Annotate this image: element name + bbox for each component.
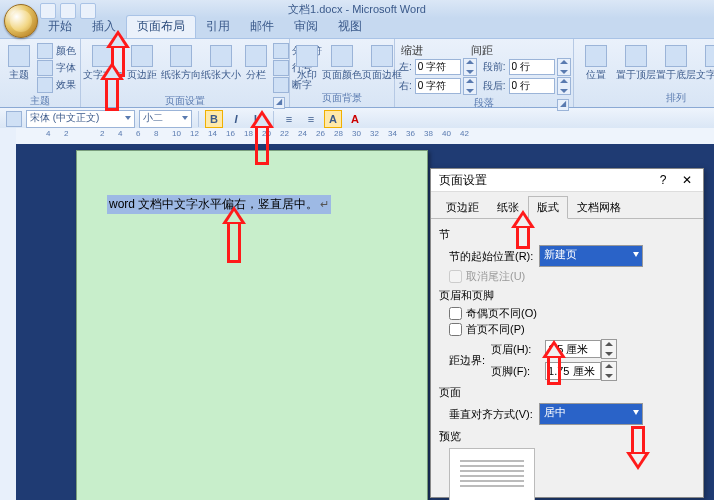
send-back-button[interactable]: 置于底层	[658, 43, 694, 82]
quick-access-toolbar	[40, 4, 96, 18]
theme-colors[interactable]: 颜色	[37, 43, 76, 59]
section-start-combo[interactable]: 新建页	[539, 245, 643, 267]
indent-label: 缩进	[401, 43, 423, 58]
office-button[interactable]	[4, 4, 38, 38]
spinner-icon[interactable]	[463, 77, 477, 95]
spinner-icon[interactable]	[557, 77, 571, 95]
page-color-button[interactable]: 页面颜色	[324, 43, 360, 82]
space-before-spin[interactable]	[509, 58, 571, 76]
paragraph-launcher[interactable]: ◢	[557, 99, 569, 111]
ribbon: 主题 颜色 字体 效果 主题 文字方向 页边距 纸张方向 纸张大小 分栏 分隔符…	[0, 38, 714, 108]
group-label-paragraph: 段落◢	[399, 95, 569, 112]
dialog-titlebar[interactable]: 页面设置 ? ✕	[431, 169, 703, 192]
indent-left-spin[interactable]	[415, 58, 477, 76]
odd-even-check[interactable]	[449, 307, 462, 320]
spacing-label: 间距	[471, 43, 493, 58]
qat-redo-icon[interactable]	[80, 3, 96, 19]
tab-mailings[interactable]: 邮件	[240, 16, 284, 38]
text-direction-button[interactable]: 文字方向	[85, 43, 121, 82]
indent-right-spin[interactable]	[415, 77, 477, 95]
dlg-tab-margins[interactable]: 页边距	[437, 196, 488, 219]
palette-icon	[37, 43, 53, 59]
header-label: 页眉(H):	[491, 342, 541, 357]
dlg-tab-layout[interactable]: 版式	[528, 196, 568, 219]
header-input[interactable]	[545, 340, 601, 358]
align-left-button[interactable]: ≡	[280, 110, 298, 128]
spinner-icon[interactable]	[463, 58, 477, 76]
footer-input[interactable]	[545, 362, 601, 380]
bring-front-button[interactable]: 置于顶层	[618, 43, 654, 82]
page-setup-dialog: 页面设置 ? ✕ 页边距 纸张 版式 文档网格 节 节的起始位置(R):新建页 …	[430, 168, 704, 498]
columns-button[interactable]: 分栏	[243, 43, 269, 82]
group-themes: 主题 颜色 字体 效果 主题	[0, 39, 81, 107]
valign-combo[interactable]: 居中	[539, 403, 643, 425]
font-color-button[interactable]: A	[346, 110, 364, 128]
group-label-arrange: 排列	[578, 90, 714, 107]
italic-button[interactable]: I	[227, 110, 245, 128]
space-after-spin[interactable]	[509, 77, 571, 95]
spinner-icon[interactable]	[601, 361, 617, 381]
suppress-endnotes-check	[449, 270, 462, 283]
qat-undo-icon[interactable]	[60, 3, 76, 19]
help-button[interactable]: ?	[651, 171, 675, 189]
bold-button[interactable]: B	[205, 110, 223, 128]
margins-button[interactable]: 页边距	[125, 43, 159, 82]
page-setup-launcher[interactable]: ◢	[273, 97, 285, 109]
orientation-button[interactable]: 纸张方向	[163, 43, 199, 82]
ruler-horizontal[interactable]: 4224681012141618202224262830323436384042	[16, 128, 714, 145]
themes-label: 主题	[9, 69, 29, 80]
theme-effects[interactable]: 效果	[37, 77, 76, 93]
orientation-icon	[170, 45, 192, 67]
themes-button[interactable]: 主题	[4, 43, 33, 82]
theme-fonts[interactable]: 字体	[37, 60, 76, 76]
first-diff-check[interactable]	[449, 323, 462, 336]
tab-home[interactable]: 开始	[38, 16, 82, 38]
header-spin[interactable]	[545, 339, 617, 359]
tab-page-layout[interactable]: 页面布局	[126, 15, 196, 38]
group-paragraph: 缩进 间距 左: 右: 段前: 段后: 段落◢	[395, 39, 574, 107]
watermark-button[interactable]: 水印	[294, 43, 320, 82]
paragraph-text[interactable]: word 文档中文字水平偏右，竖直居中。	[107, 195, 331, 214]
tab-references[interactable]: 引用	[196, 16, 240, 38]
space-after-input[interactable]	[509, 78, 555, 94]
size-combo[interactable]: 小二	[139, 110, 192, 128]
tab-review[interactable]: 审阅	[284, 16, 328, 38]
paste-icon[interactable]	[6, 111, 22, 127]
pilcrow-icon	[318, 197, 329, 211]
spinner-icon[interactable]	[601, 339, 617, 359]
from-edge-label: 距边界:	[449, 353, 485, 368]
page[interactable]: word 文档中文字水平偏右，竖直居中。	[76, 150, 428, 500]
dialog-tabs: 页边距 纸张 版式 文档网格	[431, 192, 703, 219]
text-wrap-button[interactable]: 文字环绕	[698, 43, 714, 82]
spinner-icon[interactable]	[557, 58, 571, 76]
indent-left-input[interactable]	[415, 59, 461, 75]
space-before-input[interactable]	[509, 59, 555, 75]
ruler-vertical[interactable]	[0, 128, 17, 500]
front-icon	[625, 45, 647, 67]
first-diff-label: 首页不同(P)	[466, 322, 525, 337]
page-heading: 页面	[439, 385, 695, 400]
font-combo[interactable]: 宋体 (中文正文)	[26, 110, 135, 128]
tab-view[interactable]: 视图	[328, 16, 372, 38]
margins-icon	[131, 45, 153, 67]
position-icon	[585, 45, 607, 67]
breaks-icon	[273, 43, 289, 59]
valign-label: 垂直对齐方式(V):	[449, 407, 533, 422]
footer-spin[interactable]	[545, 361, 617, 381]
underline-button[interactable]: U	[249, 110, 267, 128]
align-center-button[interactable]: ≡	[302, 110, 320, 128]
dlg-tab-paper[interactable]: 纸张	[488, 196, 528, 219]
text-direction-icon	[92, 45, 114, 67]
highlight-button[interactable]: A	[324, 110, 342, 128]
preview-heading: 预览	[439, 429, 695, 444]
dlg-tab-grid[interactable]: 文档网格	[568, 196, 630, 219]
dialog-title-text: 页面设置	[439, 172, 487, 189]
close-button[interactable]: ✕	[675, 171, 699, 189]
indent-right-input[interactable]	[415, 78, 461, 94]
wrap-icon	[705, 45, 714, 67]
tab-insert[interactable]: 插入	[82, 16, 126, 38]
qat-save-icon[interactable]	[40, 3, 56, 19]
pageborder-icon	[371, 45, 393, 67]
size-button[interactable]: 纸张大小	[203, 43, 239, 82]
position-button[interactable]: 位置	[578, 43, 614, 82]
